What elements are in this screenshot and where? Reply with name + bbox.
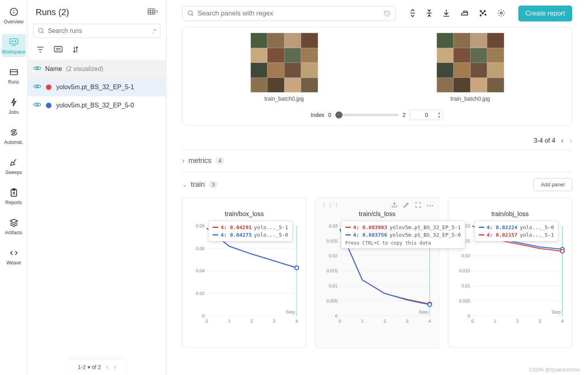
nav-sweeps[interactable]: Sweeps — [2, 155, 26, 178]
nav-label: Runs — [8, 79, 19, 85]
eye-icon[interactable] — [33, 65, 41, 73]
svg-point-120 — [561, 249, 564, 253]
svg-text:1: 1 — [228, 319, 230, 323]
stepper-up-icon[interactable]: ▲ — [438, 111, 441, 115]
svg-rect-16 — [148, 9, 155, 14]
nav-workspace[interactable]: Workspace — [2, 34, 26, 57]
svg-line-10 — [13, 159, 16, 163]
svg-text:0.02: 0.02 — [329, 254, 337, 258]
sort-icon[interactable] — [72, 46, 79, 54]
chart-area[interactable]: 00.020.040.060.0801234Step4: 0.04291 yol… — [188, 219, 301, 330]
nav-reports[interactable]: Reports — [2, 185, 26, 208]
nav-label: Reports — [5, 200, 22, 205]
download-icon[interactable] — [443, 9, 450, 18]
chart-tooltip: 4: 0.003983 yolov5m.pt_BS_32_EP_5-14: 0.… — [341, 221, 465, 249]
chart-panel[interactable]: train/box_loss00.020.040.060.0801234Step… — [182, 197, 306, 348]
collapse-v-icon[interactable] — [426, 9, 432, 18]
broom-icon — [8, 157, 19, 168]
svg-rect-3 — [10, 39, 17, 44]
chart-title: train/cls_loss — [321, 210, 434, 218]
thumbnail[interactable] — [251, 33, 318, 92]
chart-tooltip: 4: 0.02224 yolo..._5-04: 0.02157 yolo...… — [474, 221, 558, 241]
runs-pagination: 1-2 ▾ of 2 ‹ › — [67, 359, 126, 375]
section-train[interactable]: ⌄ train 3 Add panel — [182, 171, 572, 197]
iron-icon[interactable] — [460, 10, 469, 17]
table-toggle-icon[interactable] — [148, 8, 158, 17]
svg-text:2: 2 — [516, 319, 519, 323]
svg-text:0.015: 0.015 — [326, 268, 337, 273]
share-icon[interactable] — [391, 202, 398, 209]
runs-search-input[interactable] — [48, 27, 152, 34]
svg-line-49 — [481, 11, 482, 13]
clipboard-icon — [8, 187, 19, 198]
stepper-down-icon[interactable]: ▼ — [438, 115, 441, 119]
chart-panel[interactable]: train/obj_loss00.0050.010.0150.020.0250.… — [448, 197, 572, 348]
panel-search-input[interactable] — [198, 10, 384, 17]
svg-point-5 — [15, 41, 16, 42]
prev-icon[interactable]: ‹ — [561, 136, 563, 146]
nav-weave[interactable]: Weave — [2, 245, 26, 268]
chart-area[interactable]: 00.0050.010.0150.020.0250.0301234Step4: … — [321, 219, 434, 330]
group-icon[interactable] — [54, 46, 63, 54]
nav-label: Workspace — [2, 49, 26, 55]
svg-point-51 — [500, 12, 502, 14]
nav-artifacts[interactable]: Artifacts — [2, 215, 26, 238]
runs-search[interactable]: .* — [33, 24, 160, 38]
svg-text:0.02: 0.02 — [462, 254, 470, 258]
eye-icon[interactable] — [33, 102, 41, 109]
filter-icon[interactable] — [36, 46, 44, 54]
runs-list-header[interactable]: Name (2 visualized) — [28, 60, 166, 78]
nav-automat[interactable]: Automat. — [2, 124, 26, 147]
thumbnail[interactable] — [437, 33, 504, 92]
workspace-icon — [8, 36, 19, 48]
slider-thumb[interactable] — [335, 111, 343, 119]
panel-search[interactable] — [182, 6, 396, 21]
pagination-info: 3-4 of 4 — [534, 137, 555, 144]
svg-point-47 — [480, 15, 481, 16]
index-min: 0 — [328, 112, 331, 118]
svg-text:4: 4 — [561, 319, 563, 323]
drag-handle-icon[interactable]: ⋮⋮⋮ — [321, 202, 340, 208]
nav-jobs[interactable]: Jobs — [2, 94, 26, 117]
svg-text:0.01: 0.01 — [462, 283, 470, 288]
section-count: 3 — [209, 181, 218, 188]
bolt-icon — [8, 97, 19, 108]
create-report-button[interactable]: Create report — [518, 6, 572, 21]
eye-icon[interactable] — [33, 84, 41, 91]
history-icon[interactable] — [384, 10, 391, 17]
svg-text:Step: Step — [419, 310, 428, 314]
chart-area[interactable]: 00.0050.010.0150.020.0250.0301234Step4: … — [454, 219, 566, 330]
svg-text:4: 4 — [295, 319, 298, 323]
nav-label: Jobs — [9, 109, 19, 115]
svg-point-33 — [36, 104, 38, 106]
gear-icon[interactable] — [497, 9, 505, 18]
svg-text:Step: Step — [286, 310, 295, 314]
nav-overview[interactable]: Overview — [2, 4, 26, 27]
index-input[interactable]: 0 ▲ ▼ — [409, 110, 443, 120]
index-slider[interactable] — [335, 114, 399, 116]
svg-text:0: 0 — [339, 319, 341, 323]
svg-point-97 — [428, 303, 431, 306]
nav-runs[interactable]: Runs — [2, 64, 26, 87]
more-icon[interactable] — [427, 202, 433, 209]
svg-point-70 — [295, 266, 298, 270]
scatter-icon[interactable] — [479, 10, 487, 18]
svg-point-48 — [485, 14, 486, 15]
chart-panel[interactable]: ⋮⋮⋮ train/cls_loss00.0050.010.0150.020.0… — [315, 197, 440, 348]
run-item[interactable]: yolov5m.pt_BS_32_EP_5-1 — [28, 78, 166, 96]
table-icon — [8, 67, 19, 78]
next-icon[interactable]: › — [569, 136, 572, 146]
media-pagination: 3-4 of 4 ‹ › — [182, 132, 572, 150]
next-page-icon[interactable]: › — [114, 364, 116, 370]
section-metrics[interactable]: › metrics 4 — [182, 150, 572, 171]
run-item[interactable]: yolov5m.pt_BS_32_EP_5-0 — [28, 96, 166, 115]
edit-icon[interactable] — [403, 202, 409, 209]
media-item[interactable]: train_batch0.jpg — [251, 33, 318, 102]
prev-page-icon[interactable]: ‹ — [107, 364, 108, 370]
add-panel-button[interactable]: Add panel — [533, 178, 572, 191]
media-item[interactable]: train_batch0.jpg — [437, 33, 504, 102]
expand-v-icon[interactable] — [409, 9, 416, 18]
color-dot — [46, 84, 51, 90]
chevron-down-icon: ⌄ — [182, 182, 187, 188]
fullscreen-icon[interactable] — [415, 202, 421, 209]
